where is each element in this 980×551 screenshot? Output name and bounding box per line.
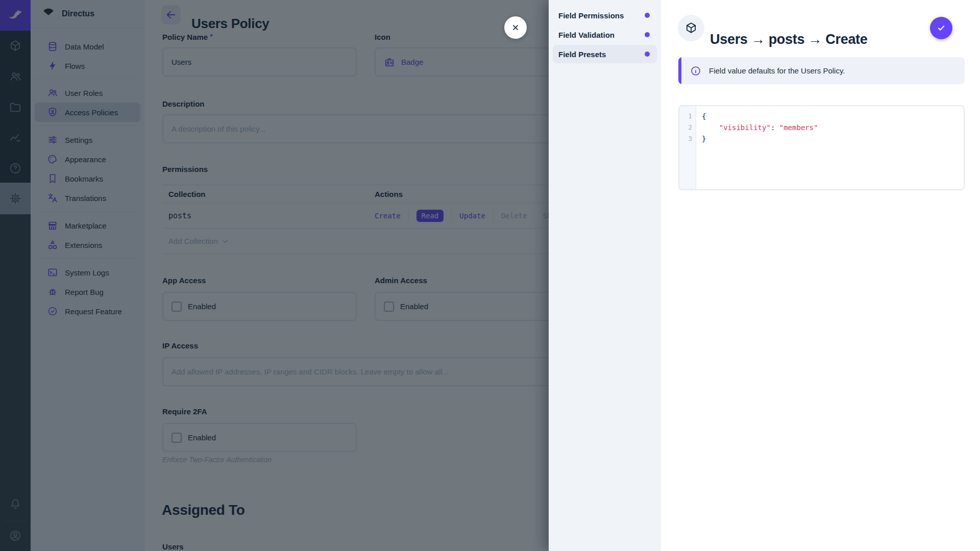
code-token-string: "visibility"	[719, 123, 771, 132]
drawer-tab-label: Field Presets	[558, 50, 645, 59]
modal-dim-overlay[interactable]	[0, 0, 549, 551]
drawer-close-button[interactable]	[504, 16, 527, 39]
status-dot	[645, 13, 650, 18]
status-dot	[645, 52, 650, 57]
code-token: }	[702, 135, 706, 143]
drawer-header-icon-circle	[678, 15, 704, 41]
notice-accent-bar	[678, 57, 681, 84]
drawer-content: Users → posts → Create Field value defau…	[661, 0, 980, 551]
code-token: :	[771, 123, 779, 132]
close-icon	[510, 22, 521, 33]
field-presets-drawer: Field Permissions Field Validation Field…	[549, 0, 980, 551]
line-number-gutter: 1 2 3	[679, 106, 696, 189]
info-notice: Field value defaults for the Users Polic…	[678, 57, 965, 84]
drawer-tab-label: Field Validation	[558, 31, 645, 39]
drawer-tab-field-presets[interactable]: Field Presets	[553, 45, 657, 63]
drawer-tab-field-validation[interactable]: Field Validation	[549, 26, 661, 44]
drawer-title: Users → posts → Create	[710, 32, 868, 47]
code-token	[702, 123, 719, 132]
line-number: 1	[688, 111, 692, 122]
status-dot	[645, 32, 650, 37]
line-number: 3	[688, 133, 692, 144]
code-token: {	[702, 112, 706, 120]
drawer-tab-label: Field Permissions	[558, 11, 645, 20]
code-token-string: "members"	[779, 123, 818, 132]
check-icon	[936, 22, 947, 34]
directus-app: Directus Data Model Flows User Roles Acc…	[0, 0, 980, 551]
drawer-sidebar: Field Permissions Field Validation Field…	[549, 0, 661, 551]
line-number: 2	[688, 122, 692, 133]
code-line-3: }	[702, 133, 706, 144]
notice-text: Field value defaults for the Users Polic…	[709, 66, 845, 75]
cube-icon	[684, 21, 698, 35]
info-icon	[690, 65, 701, 77]
code-line-2: "visibility": "members"	[702, 122, 818, 133]
code-line-1: {	[702, 111, 706, 122]
drawer-tab-field-permissions[interactable]: Field Permissions	[549, 6, 661, 24]
save-button[interactable]	[930, 17, 952, 39]
json-code-editor[interactable]: 1 2 3 { "visibility": "members" }	[678, 105, 965, 190]
